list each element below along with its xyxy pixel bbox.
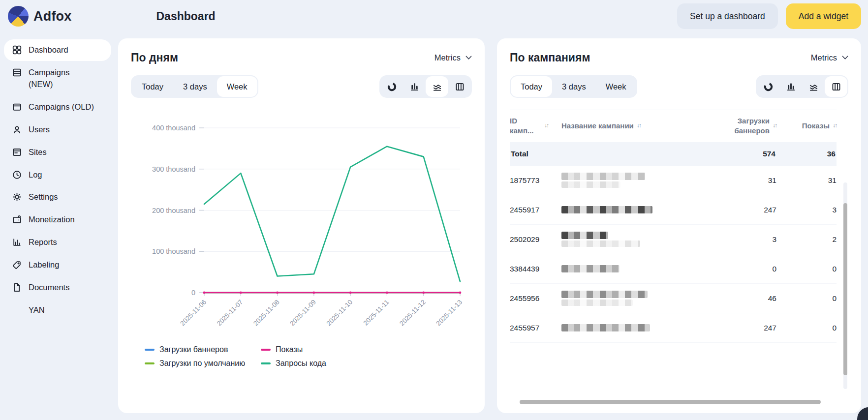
- column-header-impressions[interactable]: Показы↓↑: [781, 121, 837, 131]
- sidebar-item-documents[interactable]: Documents: [4, 277, 111, 299]
- by-days-widget: По дням Metrics Today 3 days Week 0100 t…: [118, 38, 485, 413]
- svg-text:2025-11-11: 2025-11-11: [362, 299, 391, 327]
- tab-today[interactable]: Today: [132, 76, 173, 97]
- sidebar-item-settings[interactable]: Settings: [4, 186, 111, 208]
- legend-impressions[interactable]: Показы: [261, 345, 472, 354]
- pie-chart-icon[interactable]: [757, 76, 779, 97]
- legend-banner-loads[interactable]: Загрузки баннеров: [145, 345, 261, 354]
- campaign-name-redacted: [561, 265, 698, 272]
- svg-text:2025-11-08: 2025-11-08: [252, 299, 281, 328]
- person-icon: [12, 124, 22, 135]
- total-banner-loads: 574: [703, 150, 776, 158]
- table-icon[interactable]: [825, 76, 847, 97]
- window-icon: [12, 147, 22, 157]
- pie-chart-icon[interactable]: [380, 76, 403, 97]
- campaign-name-redacted: [561, 173, 698, 188]
- add-widget-button[interactable]: Add a widget: [786, 3, 861, 29]
- legend-swatch: [261, 349, 271, 351]
- campaigns-table: ID камп...↓↑ Название кампании↓↑ Загрузк…: [510, 110, 848, 343]
- sidebar-item-labeling[interactable]: Labeling: [4, 254, 111, 276]
- line-chart-canvas: 0100 thousand200 thousand300 thousand400…: [131, 109, 469, 372]
- by-days-chart-type-switch: [379, 75, 472, 98]
- by-campaigns-period-tabs: Today 3 days Week: [510, 75, 637, 98]
- tab-3days[interactable]: 3 days: [552, 76, 596, 97]
- column-header-campaign-id[interactable]: ID камп...↓↑: [510, 116, 557, 135]
- impressions: 0: [781, 324, 837, 332]
- campaign-name-redacted: [561, 206, 698, 213]
- line-chart-icon[interactable]: [802, 76, 825, 97]
- sidebar-item-users[interactable]: Users: [4, 119, 111, 141]
- sidebar-item-campaigns-old[interactable]: Campaigns (OLD): [4, 96, 111, 118]
- box-icon: [12, 102, 22, 112]
- table-row: 2502029 3 2: [510, 225, 837, 254]
- total-impressions: 36: [781, 150, 837, 158]
- bar-chart-icon: [12, 237, 22, 247]
- campaign-id: 1875773: [510, 176, 557, 185]
- campaign-name-redacted: [561, 232, 698, 247]
- bar-chart-icon[interactable]: [403, 76, 426, 97]
- campaign-name-redacted: [561, 291, 698, 306]
- by-days-line-chart: 0100 thousand200 thousand300 thousand400…: [131, 109, 472, 374]
- bar-chart-icon[interactable]: [779, 76, 802, 97]
- impressions: 31: [781, 176, 837, 185]
- svg-text:300 thousand: 300 thousand: [152, 165, 195, 173]
- table-header-row: ID камп...↓↑ Название кампании↓↑ Загрузк…: [510, 110, 837, 142]
- by-campaigns-metrics-dropdown[interactable]: Metrics: [811, 53, 848, 62]
- page-title: Dashboard: [156, 10, 216, 23]
- vertical-scrollbar: [843, 182, 847, 389]
- vertical-scrollbar-thumb[interactable]: [843, 203, 847, 375]
- banner-loads: 31: [703, 176, 776, 185]
- legend-default-loads[interactable]: Загрузки по умолчанию: [145, 359, 261, 368]
- sort-icon: ↓↑: [833, 122, 837, 130]
- sort-icon: ↓↑: [544, 122, 548, 130]
- tag-icon: [12, 260, 22, 270]
- file-icon: [12, 282, 22, 293]
- legend-swatch: [145, 362, 155, 364]
- adfox-logo[interactable]: Adfox: [8, 6, 72, 27]
- wallet-icon: [12, 214, 22, 225]
- svg-text:0: 0: [191, 289, 195, 297]
- svg-text:100 thousand: 100 thousand: [152, 247, 195, 255]
- by-campaigns-chart-type-switch: [756, 75, 848, 98]
- chevron-down-icon: [842, 56, 848, 60]
- sidebar-item-yan[interactable]: YAN: [4, 300, 111, 321]
- impressions: 0: [781, 294, 837, 303]
- tab-week[interactable]: Week: [217, 76, 257, 97]
- grid-icon: [12, 45, 22, 55]
- svg-text:200 thousand: 200 thousand: [152, 207, 195, 214]
- gear-icon: [12, 192, 22, 202]
- horizontal-scrollbar-thumb[interactable]: [520, 400, 821, 404]
- tab-3days[interactable]: 3 days: [173, 76, 217, 97]
- table-icon[interactable]: [448, 76, 471, 97]
- sort-icon: ↓↑: [773, 122, 776, 130]
- sidebar-item-sites[interactable]: Sites: [4, 142, 111, 163]
- campaign-id: 2455957: [510, 324, 557, 332]
- tab-today[interactable]: Today: [511, 76, 552, 97]
- setup-dashboard-button[interactable]: Set up a dashboard: [677, 3, 778, 29]
- column-header-campaign-name[interactable]: Название кампании↓↑: [561, 121, 698, 131]
- banner-loads: 46: [703, 294, 776, 303]
- clock-icon: [12, 170, 22, 180]
- svg-text:2025-11-10: 2025-11-10: [325, 299, 354, 328]
- sort-icon: ↓↑: [637, 122, 641, 130]
- impressions: 0: [781, 265, 837, 273]
- sidebar-item-monetization[interactable]: Monetization: [4, 209, 111, 231]
- sidebar-item-dashboard[interactable]: Dashboard: [4, 39, 111, 61]
- line-chart-icon[interactable]: [426, 76, 448, 97]
- table-row: 2455957 247 0: [510, 313, 837, 343]
- column-header-banner-loads[interactable]: Загрузки баннеров↓↑: [703, 116, 776, 135]
- banner-loads: 3: [703, 235, 776, 244]
- campaign-id: 2455917: [510, 206, 557, 214]
- campaign-name-redacted: [561, 324, 698, 331]
- campaign-id: 2455956: [510, 294, 557, 303]
- table-total-row: Total 574 36: [510, 142, 837, 166]
- adfox-logo-icon: [8, 6, 29, 27]
- by-days-metrics-dropdown[interactable]: Metrics: [434, 53, 472, 62]
- campaign-id: 2502029: [510, 235, 557, 244]
- svg-text:2025-11-09: 2025-11-09: [288, 299, 317, 328]
- sidebar-item-log[interactable]: Log: [4, 164, 111, 186]
- sidebar-item-campaigns-new[interactable]: Campaigns (NEW): [4, 62, 111, 95]
- legend-code-requests[interactable]: Запросы кода: [261, 359, 472, 368]
- sidebar-item-reports[interactable]: Reports: [4, 232, 111, 253]
- tab-week[interactable]: Week: [596, 76, 636, 97]
